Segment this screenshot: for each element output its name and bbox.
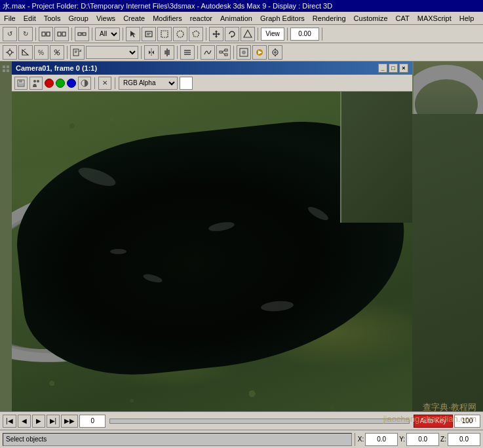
rect-select-button[interactable] xyxy=(157,27,172,41)
menu-help[interactable]: Help xyxy=(455,12,478,24)
minimize-button[interactable]: _ xyxy=(378,64,387,73)
tb2-sep-2 xyxy=(141,46,142,59)
x-label: X: xyxy=(358,436,364,443)
svg-rect-50 xyxy=(7,69,9,72)
snap-toggle-button[interactable] xyxy=(3,45,17,60)
menu-group[interactable]: Group xyxy=(64,12,92,24)
render-setup-button[interactable] xyxy=(268,45,282,60)
named-sel-dropdown[interactable] xyxy=(86,46,138,59)
viewport-window: Camera01, frame 0 (1:1) _ □ × ✕ xyxy=(12,62,412,435)
mono-button[interactable] xyxy=(78,77,91,90)
menu-tools[interactable]: Tools xyxy=(40,12,65,24)
menu-views[interactable]: Views xyxy=(92,12,119,24)
select-button[interactable] xyxy=(126,27,140,41)
status-bar: Select objects X: 0.0 Y: 0.0 Z: 0.0 xyxy=(0,430,483,448)
menu-graph-editors[interactable]: Graph Editors xyxy=(256,12,309,24)
menu-file[interactable]: File xyxy=(0,12,20,24)
menu-cat[interactable]: CAT xyxy=(392,12,414,24)
menu-create[interactable]: Create xyxy=(119,12,149,24)
svg-point-12 xyxy=(177,31,184,37)
channel-dropdown[interactable]: RGB Alpha xyxy=(119,77,178,90)
camera-titlebar: Camera01, frame 0 (1:1) _ □ × xyxy=(12,62,412,75)
fence-select-button[interactable] xyxy=(189,27,203,41)
blue-channel-button[interactable] xyxy=(67,79,76,88)
auto-key-button[interactable]: Auto Key xyxy=(414,415,453,428)
red-channel-button[interactable] xyxy=(45,79,54,88)
green-channel-button[interactable] xyxy=(56,79,65,88)
tb2-sep-5 xyxy=(233,46,234,59)
svg-rect-48 xyxy=(7,65,9,68)
select-link-button[interactable] xyxy=(39,27,53,41)
menu-rendering[interactable]: Rendering xyxy=(309,12,350,24)
tb2-sep-3 xyxy=(177,46,178,59)
menu-modifiers[interactable]: Modifiers xyxy=(149,12,186,24)
undo-button[interactable]: ↺ xyxy=(3,27,17,41)
angle-snap-button[interactable] xyxy=(18,45,33,60)
curve-editor-button[interactable] xyxy=(201,45,215,60)
move-button[interactable] xyxy=(209,27,223,41)
layer-manager-button[interactable] xyxy=(180,45,195,60)
spinner-snap-button[interactable] xyxy=(50,45,64,60)
render-button[interactable] xyxy=(252,45,267,60)
next-frame-button[interactable]: ▶▶ xyxy=(61,415,78,428)
maximize-button[interactable]: □ xyxy=(389,64,398,73)
right-dark-area xyxy=(340,92,412,223)
toolbar-separator-6 xyxy=(258,28,258,41)
timeline-slider[interactable] xyxy=(109,419,410,424)
coord-system-input[interactable] xyxy=(261,28,284,41)
color-swatch[interactable] xyxy=(180,77,193,90)
svg-point-54 xyxy=(33,80,36,83)
svg-rect-35 xyxy=(225,49,227,51)
percent-snap-button[interactable]: % xyxy=(34,45,48,60)
bind-space-warp-button[interactable] xyxy=(75,27,89,41)
toolbar-separator-7 xyxy=(287,28,288,41)
svg-point-21 xyxy=(54,50,57,52)
total-frames-input[interactable] xyxy=(454,415,480,428)
svg-rect-32 xyxy=(184,52,191,53)
circle-select-button[interactable] xyxy=(173,27,187,41)
viewport-image xyxy=(12,92,412,435)
svg-rect-53 xyxy=(18,83,24,86)
redo-button[interactable]: ↻ xyxy=(18,27,33,41)
current-frame-input[interactable]: 0 xyxy=(79,415,106,428)
rotate-button[interactable] xyxy=(225,27,239,41)
align-button[interactable] xyxy=(160,45,174,60)
menu-reactor[interactable]: reactor xyxy=(186,12,216,24)
tb2-sep-1 xyxy=(67,46,68,59)
scale-button[interactable] xyxy=(241,27,255,41)
mirror-button[interactable] xyxy=(144,45,159,60)
next-key-button[interactable]: ▶| xyxy=(47,415,60,428)
tb2-sep-4 xyxy=(197,46,198,59)
z-coord-display[interactable]: 0.0 xyxy=(448,433,480,446)
schematic-view-button[interactable] xyxy=(216,45,231,60)
right-panel xyxy=(412,62,483,435)
prev-key-button[interactable]: ◀ xyxy=(18,415,31,428)
x-coord-display[interactable]: 0.0 xyxy=(365,433,398,446)
select-by-name-button[interactable] xyxy=(142,27,156,41)
menu-edit[interactable]: Edit xyxy=(20,12,40,24)
y-coord-display[interactable]: 0.0 xyxy=(406,433,439,446)
unlink-button[interactable] xyxy=(54,27,69,41)
cam-clear-button[interactable]: ✕ xyxy=(98,77,111,90)
play-button[interactable]: ▶ xyxy=(32,415,45,428)
menu-customize[interactable]: Customize xyxy=(350,12,392,24)
cam-save-button[interactable] xyxy=(14,77,28,90)
left-btn-1[interactable] xyxy=(1,64,10,73)
svg-point-15 xyxy=(8,50,12,54)
svg-rect-36 xyxy=(225,54,227,56)
prev-frame-button[interactable]: |◀ xyxy=(3,415,16,428)
camera-toolbar: ✕ RGB Alpha xyxy=(12,75,412,92)
menu-animation[interactable]: Animation xyxy=(216,12,256,24)
filter-dropdown[interactable]: All xyxy=(95,28,120,41)
svg-rect-11 xyxy=(161,31,168,37)
menu-maxscript[interactable]: MAXScript xyxy=(414,12,455,24)
svg-point-22 xyxy=(57,52,60,55)
cam-people-button[interactable] xyxy=(29,77,43,90)
render-type-button[interactable] xyxy=(237,45,251,60)
left-panel xyxy=(0,62,12,435)
edit-named-sel-button[interactable] xyxy=(70,45,85,60)
svg-text:%: % xyxy=(38,49,44,56)
x-coord-input[interactable] xyxy=(290,28,319,41)
close-button[interactable]: × xyxy=(399,64,408,73)
svg-marker-14 xyxy=(244,30,252,37)
